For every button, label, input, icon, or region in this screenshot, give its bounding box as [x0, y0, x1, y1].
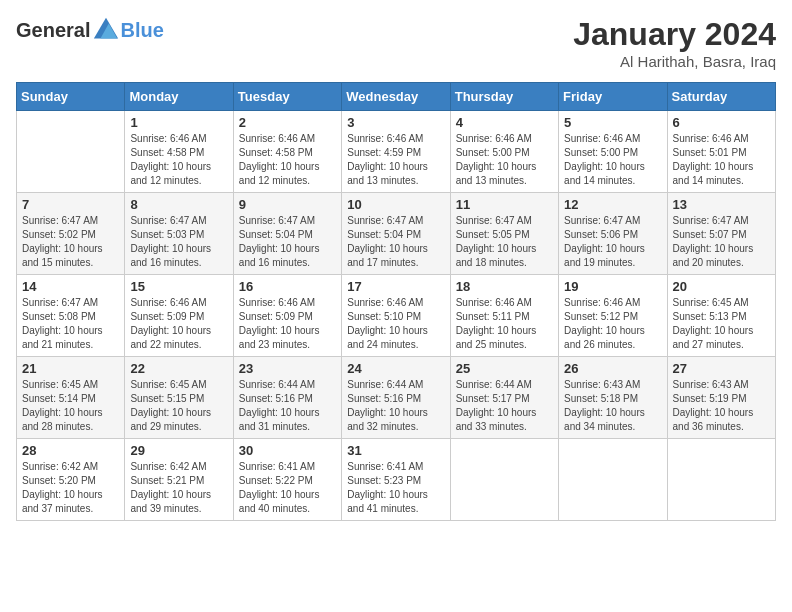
logo-general: General	[16, 19, 90, 42]
calendar-week-row: 28Sunrise: 6:42 AMSunset: 5:20 PMDayligh…	[17, 439, 776, 521]
calendar-cell: 27Sunrise: 6:43 AMSunset: 5:19 PMDayligh…	[667, 357, 775, 439]
calendar-cell: 29Sunrise: 6:42 AMSunset: 5:21 PMDayligh…	[125, 439, 233, 521]
cell-sun-info: Sunrise: 6:47 AMSunset: 5:05 PMDaylight:…	[456, 214, 553, 270]
day-number: 1	[130, 115, 227, 130]
day-number: 18	[456, 279, 553, 294]
day-number: 19	[564, 279, 661, 294]
cell-sun-info: Sunrise: 6:47 AMSunset: 5:03 PMDaylight:…	[130, 214, 227, 270]
calendar-cell: 15Sunrise: 6:46 AMSunset: 5:09 PMDayligh…	[125, 275, 233, 357]
calendar-cell: 11Sunrise: 6:47 AMSunset: 5:05 PMDayligh…	[450, 193, 558, 275]
day-number: 14	[22, 279, 119, 294]
cell-sun-info: Sunrise: 6:46 AMSunset: 5:12 PMDaylight:…	[564, 296, 661, 352]
day-number: 6	[673, 115, 770, 130]
calendar-cell: 18Sunrise: 6:46 AMSunset: 5:11 PMDayligh…	[450, 275, 558, 357]
calendar-cell: 2Sunrise: 6:46 AMSunset: 4:58 PMDaylight…	[233, 111, 341, 193]
calendar-week-row: 1Sunrise: 6:46 AMSunset: 4:58 PMDaylight…	[17, 111, 776, 193]
day-number: 10	[347, 197, 444, 212]
calendar-week-row: 21Sunrise: 6:45 AMSunset: 5:14 PMDayligh…	[17, 357, 776, 439]
calendar-cell: 21Sunrise: 6:45 AMSunset: 5:14 PMDayligh…	[17, 357, 125, 439]
calendar-cell: 7Sunrise: 6:47 AMSunset: 5:02 PMDaylight…	[17, 193, 125, 275]
day-number: 3	[347, 115, 444, 130]
cell-sun-info: Sunrise: 6:46 AMSunset: 5:10 PMDaylight:…	[347, 296, 444, 352]
calendar-cell: 4Sunrise: 6:46 AMSunset: 5:00 PMDaylight…	[450, 111, 558, 193]
cell-sun-info: Sunrise: 6:45 AMSunset: 5:14 PMDaylight:…	[22, 378, 119, 434]
cell-sun-info: Sunrise: 6:45 AMSunset: 5:13 PMDaylight:…	[673, 296, 770, 352]
calendar-cell: 3Sunrise: 6:46 AMSunset: 4:59 PMDaylight…	[342, 111, 450, 193]
calendar-cell: 28Sunrise: 6:42 AMSunset: 5:20 PMDayligh…	[17, 439, 125, 521]
cell-sun-info: Sunrise: 6:46 AMSunset: 4:58 PMDaylight:…	[130, 132, 227, 188]
cell-sun-info: Sunrise: 6:42 AMSunset: 5:21 PMDaylight:…	[130, 460, 227, 516]
cell-sun-info: Sunrise: 6:41 AMSunset: 5:23 PMDaylight:…	[347, 460, 444, 516]
weekday-header-tuesday: Tuesday	[233, 83, 341, 111]
calendar-cell: 5Sunrise: 6:46 AMSunset: 5:00 PMDaylight…	[559, 111, 667, 193]
cell-sun-info: Sunrise: 6:46 AMSunset: 5:09 PMDaylight:…	[239, 296, 336, 352]
day-number: 23	[239, 361, 336, 376]
calendar-cell	[17, 111, 125, 193]
page-header: General Blue January 2024 Al Harithah, B…	[16, 16, 776, 70]
day-number: 28	[22, 443, 119, 458]
calendar-cell: 22Sunrise: 6:45 AMSunset: 5:15 PMDayligh…	[125, 357, 233, 439]
day-number: 20	[673, 279, 770, 294]
day-number: 8	[130, 197, 227, 212]
cell-sun-info: Sunrise: 6:46 AMSunset: 4:58 PMDaylight:…	[239, 132, 336, 188]
cell-sun-info: Sunrise: 6:47 AMSunset: 5:07 PMDaylight:…	[673, 214, 770, 270]
logo: General Blue	[16, 16, 164, 44]
cell-sun-info: Sunrise: 6:46 AMSunset: 5:00 PMDaylight:…	[564, 132, 661, 188]
day-number: 27	[673, 361, 770, 376]
calendar-cell: 14Sunrise: 6:47 AMSunset: 5:08 PMDayligh…	[17, 275, 125, 357]
calendar-week-row: 7Sunrise: 6:47 AMSunset: 5:02 PMDaylight…	[17, 193, 776, 275]
day-number: 21	[22, 361, 119, 376]
weekday-header-sunday: Sunday	[17, 83, 125, 111]
calendar-cell: 8Sunrise: 6:47 AMSunset: 5:03 PMDaylight…	[125, 193, 233, 275]
calendar-table: SundayMondayTuesdayWednesdayThursdayFrid…	[16, 82, 776, 521]
day-number: 30	[239, 443, 336, 458]
cell-sun-info: Sunrise: 6:46 AMSunset: 4:59 PMDaylight:…	[347, 132, 444, 188]
calendar-cell	[667, 439, 775, 521]
cell-sun-info: Sunrise: 6:43 AMSunset: 5:18 PMDaylight:…	[564, 378, 661, 434]
calendar-cell: 30Sunrise: 6:41 AMSunset: 5:22 PMDayligh…	[233, 439, 341, 521]
day-number: 17	[347, 279, 444, 294]
cell-sun-info: Sunrise: 6:44 AMSunset: 5:17 PMDaylight:…	[456, 378, 553, 434]
logo-icon	[92, 16, 120, 44]
cell-sun-info: Sunrise: 6:46 AMSunset: 5:00 PMDaylight:…	[456, 132, 553, 188]
weekday-header-row: SundayMondayTuesdayWednesdayThursdayFrid…	[17, 83, 776, 111]
day-number: 25	[456, 361, 553, 376]
title-block: January 2024 Al Harithah, Basra, Iraq	[573, 16, 776, 70]
calendar-cell: 12Sunrise: 6:47 AMSunset: 5:06 PMDayligh…	[559, 193, 667, 275]
calendar-cell: 20Sunrise: 6:45 AMSunset: 5:13 PMDayligh…	[667, 275, 775, 357]
day-number: 2	[239, 115, 336, 130]
calendar-cell	[559, 439, 667, 521]
day-number: 11	[456, 197, 553, 212]
cell-sun-info: Sunrise: 6:47 AMSunset: 5:06 PMDaylight:…	[564, 214, 661, 270]
cell-sun-info: Sunrise: 6:47 AMSunset: 5:04 PMDaylight:…	[347, 214, 444, 270]
day-number: 9	[239, 197, 336, 212]
calendar-cell: 25Sunrise: 6:44 AMSunset: 5:17 PMDayligh…	[450, 357, 558, 439]
location-title: Al Harithah, Basra, Iraq	[573, 53, 776, 70]
cell-sun-info: Sunrise: 6:46 AMSunset: 5:11 PMDaylight:…	[456, 296, 553, 352]
logo-blue: Blue	[120, 19, 163, 41]
day-number: 15	[130, 279, 227, 294]
weekday-header-friday: Friday	[559, 83, 667, 111]
cell-sun-info: Sunrise: 6:42 AMSunset: 5:20 PMDaylight:…	[22, 460, 119, 516]
calendar-cell	[450, 439, 558, 521]
cell-sun-info: Sunrise: 6:41 AMSunset: 5:22 PMDaylight:…	[239, 460, 336, 516]
day-number: 22	[130, 361, 227, 376]
calendar-cell: 9Sunrise: 6:47 AMSunset: 5:04 PMDaylight…	[233, 193, 341, 275]
day-number: 13	[673, 197, 770, 212]
day-number: 5	[564, 115, 661, 130]
day-number: 31	[347, 443, 444, 458]
cell-sun-info: Sunrise: 6:47 AMSunset: 5:04 PMDaylight:…	[239, 214, 336, 270]
calendar-cell: 17Sunrise: 6:46 AMSunset: 5:10 PMDayligh…	[342, 275, 450, 357]
day-number: 24	[347, 361, 444, 376]
day-number: 12	[564, 197, 661, 212]
cell-sun-info: Sunrise: 6:44 AMSunset: 5:16 PMDaylight:…	[347, 378, 444, 434]
calendar-cell: 1Sunrise: 6:46 AMSunset: 4:58 PMDaylight…	[125, 111, 233, 193]
month-title: January 2024	[573, 16, 776, 53]
cell-sun-info: Sunrise: 6:45 AMSunset: 5:15 PMDaylight:…	[130, 378, 227, 434]
calendar-cell: 6Sunrise: 6:46 AMSunset: 5:01 PMDaylight…	[667, 111, 775, 193]
calendar-cell: 10Sunrise: 6:47 AMSunset: 5:04 PMDayligh…	[342, 193, 450, 275]
cell-sun-info: Sunrise: 6:43 AMSunset: 5:19 PMDaylight:…	[673, 378, 770, 434]
weekday-header-thursday: Thursday	[450, 83, 558, 111]
cell-sun-info: Sunrise: 6:44 AMSunset: 5:16 PMDaylight:…	[239, 378, 336, 434]
cell-sun-info: Sunrise: 6:47 AMSunset: 5:02 PMDaylight:…	[22, 214, 119, 270]
